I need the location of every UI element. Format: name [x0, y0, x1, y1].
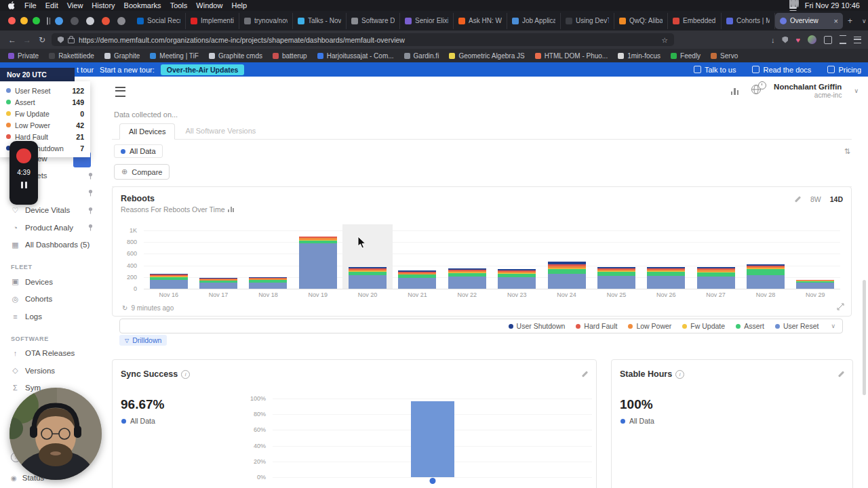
- expand-chart-icon[interactable]: [837, 303, 844, 310]
- menu-bookmarks[interactable]: Bookmarks: [124, 1, 161, 9]
- reboot-bar[interactable]: [393, 224, 442, 289]
- sidebar-nav-item[interactable]: ▦ All Dashboards (5): [0, 237, 102, 254]
- url-text[interactable]: https://demo.memfault.com/organizations/…: [79, 36, 658, 44]
- pinned-tab[interactable]: [117, 17, 125, 25]
- reboot-bar[interactable]: [342, 224, 392, 289]
- menu-window[interactable]: Window: [196, 1, 222, 9]
- legend-item[interactable]: Fw Update: [682, 322, 725, 330]
- browser-tab-active[interactable]: Overview ×: [775, 13, 843, 29]
- account-block[interactable]: Nonchalant Griffin acme-inc: [774, 82, 842, 100]
- talk-to-us-link[interactable]: Talk to us: [694, 66, 736, 74]
- slider-handle[interactable]: [429, 478, 435, 484]
- menubar-clock[interactable]: Fri Nov 29 10:46: [805, 1, 860, 9]
- range-14d-button[interactable]: 14D: [830, 195, 843, 203]
- page-scrollbar[interactable]: [863, 280, 866, 395]
- tracking-shield-icon[interactable]: [58, 37, 64, 43]
- edit-pencil-icon[interactable]: [794, 196, 802, 203]
- new-tab-button[interactable]: +: [843, 16, 857, 26]
- close-window-button[interactable]: [8, 17, 16, 24]
- menu-view[interactable]: View: [67, 1, 83, 9]
- pinned-tab[interactable]: [55, 17, 63, 25]
- browser-tab[interactable]: Software De: [347, 13, 400, 29]
- menu-edit[interactable]: Edit: [45, 1, 58, 9]
- menu-tools[interactable]: Tools: [170, 1, 188, 9]
- reboot-bar[interactable]: [741, 224, 790, 289]
- tab-close-icon[interactable]: ×: [834, 17, 838, 25]
- bookmark-star-icon[interactable]: ☆: [662, 36, 668, 44]
- browser-tab[interactable]: Cohorts | M: [722, 13, 775, 29]
- menu-help[interactable]: Help: [231, 1, 247, 9]
- all-devices-tab[interactable]: All Devices: [119, 123, 175, 140]
- url-bar[interactable]: https://demo.memfault.com/organizations/…: [52, 33, 674, 46]
- menu-file[interactable]: File: [24, 1, 37, 9]
- edit-pencil-icon[interactable]: [837, 371, 844, 378]
- pin-icon[interactable]: [87, 189, 94, 197]
- reload-icon[interactable]: ↻: [37, 35, 47, 45]
- pinned-tab[interactable]: [71, 17, 79, 25]
- sidebar-nav-item[interactable]: ↑ OTA Releases: [0, 345, 102, 363]
- software-version-filter[interactable]: All Software Versions: [185, 127, 256, 139]
- reboot-legend-bar[interactable]: User Shutdown Hard Fault Low Power Fw Up…: [119, 319, 843, 333]
- forward-icon[interactable]: →: [22, 35, 33, 45]
- legend-item[interactable]: Assert: [736, 322, 764, 330]
- account-avatar[interactable]: [808, 35, 816, 44]
- browser-tab[interactable]: Senior Elixir: [400, 13, 454, 29]
- zoom-window-button[interactable]: [33, 17, 40, 24]
- reboot-bar[interactable]: [642, 224, 691, 289]
- all-data-chip[interactable]: All Data: [114, 144, 163, 158]
- legend-item[interactable]: Low Power: [628, 322, 671, 330]
- reboot-bar[interactable]: [243, 224, 293, 289]
- pocket-heart-icon[interactable]: ♥: [795, 36, 800, 44]
- reboot-bar[interactable]: [492, 224, 542, 289]
- app-menu-icon[interactable]: [854, 37, 861, 43]
- sidebar-toggle-icon[interactable]: [47, 17, 48, 25]
- refresh-icon[interactable]: ↻: [122, 304, 127, 312]
- account-chevron-icon[interactable]: ∨: [854, 87, 859, 94]
- apple-icon[interactable]: [8, 1, 16, 9]
- reboot-bar[interactable]: [791, 224, 840, 289]
- info-icon[interactable]: i: [181, 370, 190, 379]
- lock-icon[interactable]: [68, 38, 75, 43]
- reboot-bar[interactable]: [193, 224, 243, 289]
- browser-tab[interactable]: Embedded O: [668, 13, 722, 29]
- pin-icon[interactable]: [87, 207, 94, 214]
- legend-item[interactable]: Hard Fault: [576, 322, 617, 330]
- reboot-bar[interactable]: [293, 224, 342, 289]
- pinned-tab[interactable]: [86, 17, 94, 25]
- browser-tab[interactable]: QwQ: Alibab: [614, 13, 668, 29]
- legend-chevron-icon[interactable]: ∨: [831, 323, 835, 329]
- bookmark-item[interactable]: Graphite cmds: [209, 52, 262, 60]
- browser-tab[interactable]: Social Recru: [132, 13, 186, 29]
- extension-shield-icon[interactable]: [782, 37, 788, 43]
- info-icon[interactable]: i: [675, 370, 684, 379]
- pricing-link[interactable]: Pricing: [827, 66, 861, 74]
- read-docs-link[interactable]: Read the docs: [752, 66, 811, 74]
- bookmark-item[interactable]: Graphite: [104, 52, 140, 60]
- tour-button[interactable]: Over-the-Air Updates: [161, 64, 245, 75]
- list-tabs-icon[interactable]: ∨: [857, 18, 868, 24]
- hamburger-menu-icon[interactable]: [115, 87, 125, 97]
- compare-button[interactable]: ⊕ Compare: [114, 164, 170, 180]
- bookmark-item[interactable]: Geometric Algebra JS: [449, 52, 524, 60]
- sidebar-nav-item[interactable]: ≡ Logs: [0, 308, 102, 325]
- bookmark-item[interactable]: Rakettitiede: [49, 52, 94, 60]
- extensions-puzzle-icon[interactable]: [824, 36, 832, 44]
- sync-success-bar[interactable]: [411, 401, 454, 477]
- browser-tab[interactable]: trynova/nov: [239, 13, 293, 29]
- legend-item[interactable]: User Shutdown: [509, 322, 566, 330]
- bookmark-item[interactable]: Private: [8, 52, 39, 60]
- bookmark-item[interactable]: Gardin.fi: [404, 52, 439, 60]
- record-stop-button[interactable]: [16, 148, 31, 163]
- edit-pencil-icon[interactable]: [580, 371, 588, 378]
- browser-tab[interactable]: Talks - Nova: [293, 13, 347, 29]
- drilldown-chip[interactable]: ▽ Drilldown: [119, 335, 167, 346]
- reboot-bar[interactable]: [442, 224, 492, 289]
- bookmark-item[interactable]: batterup: [273, 52, 307, 60]
- browser-tab[interactable]: Using DevTo: [561, 13, 614, 29]
- pinned-tab[interactable]: [102, 17, 110, 25]
- bookmark-item[interactable]: Servo: [711, 52, 738, 60]
- sidebar-nav-item[interactable]: ◇ Versions: [0, 362, 102, 380]
- reboot-bar[interactable]: [542, 224, 591, 289]
- pause-button[interactable]: [21, 182, 27, 188]
- bluetooth-icon[interactable]: [797, 0, 799, 7]
